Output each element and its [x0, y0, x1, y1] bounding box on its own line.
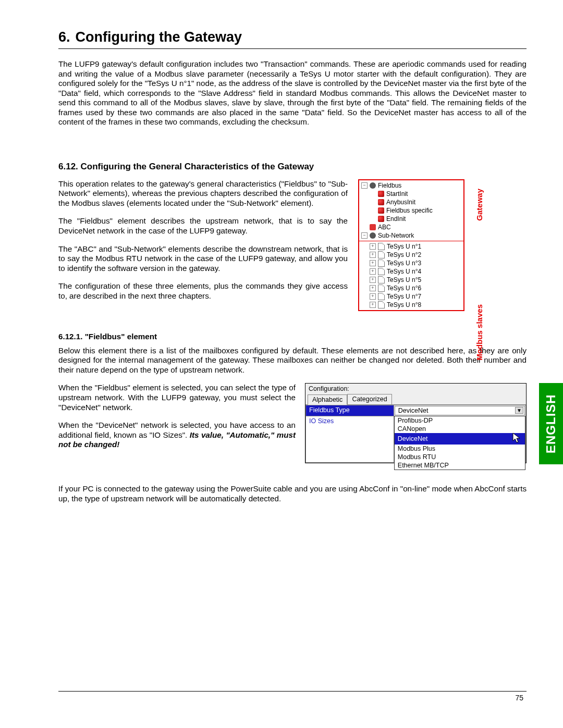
slave-icon [378, 276, 385, 283]
fieldbus-type-dropdown-list: Profibus-DP CANopen DeviceNet Modbus Plu… [394, 416, 525, 470]
para-8: If your PC is connected to the gateway u… [58, 484, 527, 503]
chapter-title: Configuring the Gateway [76, 29, 242, 45]
slave-icon [378, 268, 385, 275]
slave-icon [378, 301, 385, 309]
content-area: 6. Configuring the Gateway The LUFP9 gat… [58, 29, 527, 512]
dropdown-option-modbus-plus[interactable]: Modbus Plus [395, 445, 525, 453]
tree-fieldbus-specific: Fieldbus specific [386, 207, 433, 214]
tree-abc: ABC [378, 224, 391, 231]
fieldbus-type-dropdown[interactable]: DeviceNet [395, 406, 525, 415]
tree-slave-3: TeSys U n°3 [387, 260, 421, 267]
configuration-label: Configuration: [305, 384, 526, 393]
para-5: Below this element there is a list of th… [58, 346, 527, 375]
para-1: This operation relates to the gateway's … [58, 179, 348, 208]
chapter-number: 6. [58, 29, 70, 45]
svg-marker-0 [513, 433, 520, 442]
tree-section-gateway: −Fieldbus StartInit AnybusInit Fieldbus … [359, 180, 463, 241]
slave-icon [378, 243, 385, 250]
fieldbus-icon [370, 182, 376, 189]
slave-icon [378, 285, 385, 292]
configuration-tabs: Alphabetic Categorized [305, 393, 526, 405]
slave-icon [378, 260, 385, 267]
configuration-panel: Configuration: Alphabetic Categorized Fi… [305, 383, 527, 463]
section-body-row: This operation relates to the gateway's … [58, 179, 527, 311]
configuration-table: Fieldbus Type DeviceNet Profibus-DP CANo… [305, 405, 526, 463]
heading-rule [58, 48, 527, 49]
dropdown-option-ethernet-mbtcp[interactable]: Ethernet MB/TCP [395, 461, 525, 470]
tree-figure: −Fieldbus StartInit AnybusInit Fieldbus … [358, 179, 464, 311]
tree-label-modbus-slaves: Modbus slaves [475, 304, 484, 361]
section-text-column: This operation relates to the gateway's … [58, 179, 348, 309]
language-tab: ENGLISH [539, 383, 563, 464]
tree-figure-wrap: −Fieldbus StartInit AnybusInit Fieldbus … [358, 179, 464, 311]
slave-icon [378, 293, 385, 300]
tree-subnetwork: Sub-Network [378, 232, 414, 239]
dropdown-option-devicenet-label: DeviceNet [398, 435, 428, 442]
para-3: The "ABC" and "Sub-Network" elements des… [58, 244, 348, 274]
page: 6. Configuring the Gateway The LUFP9 gat… [0, 0, 563, 728]
row-io-sizes-key[interactable]: IO Sizes [306, 416, 394, 463]
slave-icon [378, 251, 385, 258]
chapter-heading-row: 6. Configuring the Gateway [58, 29, 527, 45]
footer-rule [58, 691, 527, 692]
abc-icon [370, 224, 376, 230]
para-7: When the "DeviceNet" network is selected… [58, 421, 296, 450]
tree-slave-5: TeSys U n°5 [387, 276, 421, 283]
tree-slave-4: TeSys U n°4 [387, 268, 421, 275]
tree-endinit: EndInit [386, 215, 406, 223]
tree-slave-6: TeSys U n°6 [387, 285, 421, 292]
tree-section-slaves: +TeSys U n°1 +TeSys U n°2 +TeSys U n°3 +… [359, 241, 463, 310]
row-fieldbus-type-value-cell: DeviceNet Profibus-DP CANopen DeviceNet [394, 405, 525, 416]
para-4: The configuration of these three element… [58, 281, 348, 301]
tree-slave-2: TeSys U n°2 [387, 251, 421, 258]
tree-slave-1: TeSys U n°1 [387, 243, 421, 250]
para-6: When the "Fieldbus" element is selected,… [58, 383, 296, 412]
tree-anybusinit: AnybusInit [386, 199, 415, 206]
para-2: The "Fieldbus" element describes the ups… [58, 216, 348, 236]
dropdown-option-profibus[interactable]: Profibus-DP [395, 416, 525, 425]
dropdown-option-devicenet[interactable]: DeviceNet [395, 433, 525, 445]
tree-label-gateway: Gateway [475, 189, 484, 221]
fieldbus-text-column: When the "Fieldbus" element is selected,… [58, 383, 296, 458]
cursor-icon [515, 434, 522, 444]
mailbox-icon [378, 199, 384, 205]
tab-alphabetic[interactable]: Alphabetic [308, 394, 347, 405]
mailbox-icon [378, 216, 384, 222]
mailbox-icon [378, 191, 384, 197]
fieldbus-row: When the "Fieldbus" element is selected,… [58, 383, 527, 463]
subnetwork-icon [370, 232, 376, 239]
tree-slave-7: TeSys U n°7 [387, 293, 421, 300]
tab-categorized[interactable]: Categorized [347, 394, 391, 404]
dropdown-option-modbus-rtu[interactable]: Modbus RTU [395, 453, 525, 461]
subsection-heading: 6.12.1. "Fieldbus" element [58, 332, 527, 341]
mailbox-icon [378, 207, 384, 214]
intro-paragraph: The LUFP9 gateway's default configuratio… [58, 59, 527, 127]
tree-root: Fieldbus [378, 182, 401, 189]
section-heading: 6.12. Configuring the General Characteri… [58, 162, 527, 172]
dropdown-option-canopen[interactable]: CANopen [395, 425, 525, 433]
tree-startinit: StartInit [386, 190, 408, 198]
page-number: 75 [515, 694, 523, 702]
tree-slave-8: TeSys U n°8 [387, 301, 421, 309]
row-fieldbus-type-key[interactable]: Fieldbus Type [306, 405, 394, 416]
